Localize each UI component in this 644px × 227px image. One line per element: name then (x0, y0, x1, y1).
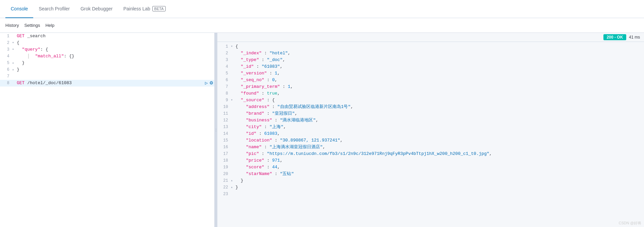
response-line-11: 11 "brand" : "皇冠假日", (217, 110, 644, 117)
watermark: CSDN @好将 (619, 221, 641, 226)
response-line-2: 2 "_index" : "hotel", (217, 50, 644, 57)
editor-line-6: 6 ▴ } (0, 66, 214, 73)
tab-console[interactable]: Console (5, 0, 33, 18)
help-button[interactable]: Help (45, 23, 54, 28)
response-line-8: 8 "found" : true, (217, 90, 644, 97)
history-button[interactable]: History (5, 23, 19, 28)
response-line-4: 4 "_id" : "61083", (217, 63, 644, 70)
tab-search-profiler[interactable]: Search Profiler (33, 0, 75, 18)
editor-line-5: 5 ▴ } (0, 60, 214, 66)
response-line-3: 3 "_type" : "_doc", (217, 57, 644, 63)
tab-grok-debugger[interactable]: Grok Debugger (75, 0, 118, 18)
run-icon[interactable]: ▷ (205, 80, 208, 87)
response-line-13: 13 "city" : "上海", (217, 124, 644, 130)
main-content: 1 GET _search 2 ▾ { 3 ▾ "query": { 4 (0, 33, 644, 227)
time-badge: 41 ms (629, 35, 640, 40)
status-badge: 200 - OK (603, 34, 627, 40)
code-editor[interactable]: 1 GET _search 2 ▾ { 3 ▾ "query": { 4 (0, 33, 214, 87)
secondary-toolbar: History Settings Help (0, 18, 644, 33)
settings-button[interactable]: Settings (24, 23, 40, 28)
response-line-22: 22 ▴ } (217, 184, 644, 191)
top-nav: Console Search Profiler Grok Debugger Pa… (0, 0, 644, 18)
editor-line-3: 3 ▾ "query": { (0, 46, 214, 53)
beta-badge: BETA (152, 6, 166, 11)
editor-line-4: 4 │ "match_all": {} (0, 53, 214, 60)
line-actions: ▷ ⚙ (205, 80, 213, 87)
editor-panel: 1 GET _search 2 ▾ { 3 ▾ "query": { 4 (0, 33, 215, 227)
response-area: 1 ▾ { 2 "_index" : "hotel", 3 "_type" : … (217, 42, 644, 199)
editor-line-2: 2 ▾ { (0, 40, 214, 46)
response-panel: 200 - OK 41 ms 1 ▾ { 2 "_index" : "hotel… (217, 33, 644, 227)
resize-handle[interactable]: ⋮ (215, 33, 217, 227)
response-header: 200 - OK 41 ms (217, 33, 644, 42)
response-line-10: 10 "address" : "自由贸易试验区临港新片区南岛1号", (217, 104, 644, 110)
response-line-9: 9 ▾ "_source" : { (217, 97, 644, 104)
response-line-20: 20 "starName" : "五钻" (217, 171, 644, 177)
response-line-19: 19 "score" : 44, (217, 164, 644, 171)
response-line-23: 23 (217, 191, 644, 197)
response-line-15: 15 "location" : "30.890867, 121.937241", (217, 137, 644, 144)
response-line-14: 14 "id" : 61083, (217, 130, 644, 137)
response-line-7: 7 "_primary_term" : 1, (217, 83, 644, 90)
response-line-17: 17 "pic" : "https://m.tuniucdn.com/fb3/s… (217, 151, 644, 157)
response-line-16: 16 "name" : "上海滴水湖皇冠假日酒店", (217, 144, 644, 151)
editor-line-1: 1 GET _search (0, 33, 214, 40)
response-line-21: 21 ▴ } (217, 177, 644, 184)
response-line-18: 18 "price" : 971, (217, 157, 644, 164)
response-line-6: 6 "_seq_no" : 0, (217, 77, 644, 83)
response-line-12: 12 "business" : "滴水湖临港地区", (217, 117, 644, 124)
editor-line-7: 7 (0, 73, 214, 80)
response-line-1: 1 ▾ { (217, 43, 644, 50)
response-line-5: 5 "_version" : 1, (217, 70, 644, 77)
tab-painless-lab[interactable]: Painless Lab BETA (118, 0, 171, 18)
editor-line-8: 8 GET /hotel/_doc/61083 ▷ ⚙ (0, 80, 214, 87)
tools-icon[interactable]: ⚙ (210, 80, 213, 87)
